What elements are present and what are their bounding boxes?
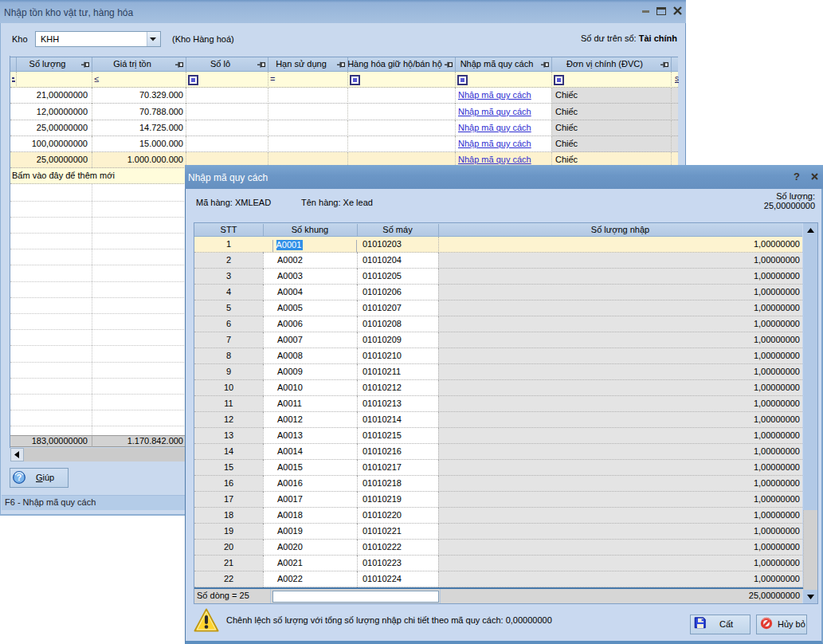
svg-text:?: ? bbox=[17, 473, 22, 482]
